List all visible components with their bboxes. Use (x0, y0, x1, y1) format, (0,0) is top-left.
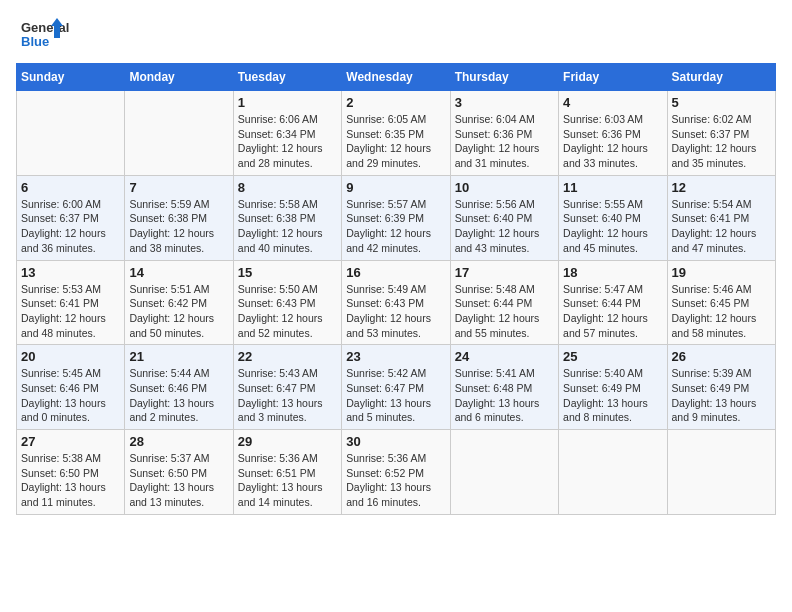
calendar-cell: 21Sunrise: 5:44 AM Sunset: 6:46 PM Dayli… (125, 345, 233, 430)
day-info: Sunrise: 5:39 AM Sunset: 6:49 PM Dayligh… (672, 366, 771, 425)
day-number: 20 (21, 349, 120, 364)
day-info: Sunrise: 6:02 AM Sunset: 6:37 PM Dayligh… (672, 112, 771, 171)
week-row-4: 20Sunrise: 5:45 AM Sunset: 6:46 PM Dayli… (17, 345, 776, 430)
calendar-cell: 26Sunrise: 5:39 AM Sunset: 6:49 PM Dayli… (667, 345, 775, 430)
day-info: Sunrise: 5:37 AM Sunset: 6:50 PM Dayligh… (129, 451, 228, 510)
day-number: 9 (346, 180, 445, 195)
day-info: Sunrise: 5:47 AM Sunset: 6:44 PM Dayligh… (563, 282, 662, 341)
day-number: 16 (346, 265, 445, 280)
calendar-cell: 13Sunrise: 5:53 AM Sunset: 6:41 PM Dayli… (17, 260, 125, 345)
calendar-cell: 11Sunrise: 5:55 AM Sunset: 6:40 PM Dayli… (559, 175, 667, 260)
day-header-wednesday: Wednesday (342, 64, 450, 91)
day-number: 21 (129, 349, 228, 364)
day-number: 17 (455, 265, 554, 280)
calendar-cell: 9Sunrise: 5:57 AM Sunset: 6:39 PM Daylig… (342, 175, 450, 260)
calendar-cell: 1Sunrise: 6:06 AM Sunset: 6:34 PM Daylig… (233, 91, 341, 176)
day-number: 30 (346, 434, 445, 449)
calendar-cell: 8Sunrise: 5:58 AM Sunset: 6:38 PM Daylig… (233, 175, 341, 260)
calendar-cell: 15Sunrise: 5:50 AM Sunset: 6:43 PM Dayli… (233, 260, 341, 345)
day-info: Sunrise: 5:36 AM Sunset: 6:52 PM Dayligh… (346, 451, 445, 510)
calendar-cell: 29Sunrise: 5:36 AM Sunset: 6:51 PM Dayli… (233, 430, 341, 515)
calendar-cell: 25Sunrise: 5:40 AM Sunset: 6:49 PM Dayli… (559, 345, 667, 430)
calendar-cell: 5Sunrise: 6:02 AM Sunset: 6:37 PM Daylig… (667, 91, 775, 176)
calendar-cell: 24Sunrise: 5:41 AM Sunset: 6:48 PM Dayli… (450, 345, 558, 430)
day-number: 18 (563, 265, 662, 280)
day-info: Sunrise: 5:48 AM Sunset: 6:44 PM Dayligh… (455, 282, 554, 341)
day-header-saturday: Saturday (667, 64, 775, 91)
day-number: 14 (129, 265, 228, 280)
day-number: 15 (238, 265, 337, 280)
day-number: 26 (672, 349, 771, 364)
calendar-table: SundayMondayTuesdayWednesdayThursdayFrid… (16, 63, 776, 515)
calendar-cell: 27Sunrise: 5:38 AM Sunset: 6:50 PM Dayli… (17, 430, 125, 515)
calendar-cell: 23Sunrise: 5:42 AM Sunset: 6:47 PM Dayli… (342, 345, 450, 430)
day-info: Sunrise: 5:58 AM Sunset: 6:38 PM Dayligh… (238, 197, 337, 256)
calendar-cell: 3Sunrise: 6:04 AM Sunset: 6:36 PM Daylig… (450, 91, 558, 176)
calendar-cell: 16Sunrise: 5:49 AM Sunset: 6:43 PM Dayli… (342, 260, 450, 345)
week-row-5: 27Sunrise: 5:38 AM Sunset: 6:50 PM Dayli… (17, 430, 776, 515)
day-info: Sunrise: 5:46 AM Sunset: 6:45 PM Dayligh… (672, 282, 771, 341)
day-info: Sunrise: 5:41 AM Sunset: 6:48 PM Dayligh… (455, 366, 554, 425)
day-header-friday: Friday (559, 64, 667, 91)
calendar-cell (667, 430, 775, 515)
day-info: Sunrise: 5:36 AM Sunset: 6:51 PM Dayligh… (238, 451, 337, 510)
day-number: 29 (238, 434, 337, 449)
week-row-2: 6Sunrise: 6:00 AM Sunset: 6:37 PM Daylig… (17, 175, 776, 260)
day-info: Sunrise: 6:05 AM Sunset: 6:35 PM Dayligh… (346, 112, 445, 171)
day-number: 1 (238, 95, 337, 110)
week-row-1: 1Sunrise: 6:06 AM Sunset: 6:34 PM Daylig… (17, 91, 776, 176)
day-info: Sunrise: 5:57 AM Sunset: 6:39 PM Dayligh… (346, 197, 445, 256)
day-info: Sunrise: 5:43 AM Sunset: 6:47 PM Dayligh… (238, 366, 337, 425)
logo: General Blue (16, 16, 82, 51)
day-info: Sunrise: 5:55 AM Sunset: 6:40 PM Dayligh… (563, 197, 662, 256)
day-number: 4 (563, 95, 662, 110)
day-info: Sunrise: 6:00 AM Sunset: 6:37 PM Dayligh… (21, 197, 120, 256)
day-info: Sunrise: 5:38 AM Sunset: 6:50 PM Dayligh… (21, 451, 120, 510)
day-number: 5 (672, 95, 771, 110)
header: General Blue (16, 16, 776, 51)
calendar-cell: 19Sunrise: 5:46 AM Sunset: 6:45 PM Dayli… (667, 260, 775, 345)
day-header-monday: Monday (125, 64, 233, 91)
day-info: Sunrise: 5:59 AM Sunset: 6:38 PM Dayligh… (129, 197, 228, 256)
header-row: SundayMondayTuesdayWednesdayThursdayFrid… (17, 64, 776, 91)
calendar-cell: 12Sunrise: 5:54 AM Sunset: 6:41 PM Dayli… (667, 175, 775, 260)
day-number: 8 (238, 180, 337, 195)
calendar-cell: 20Sunrise: 5:45 AM Sunset: 6:46 PM Dayli… (17, 345, 125, 430)
day-info: Sunrise: 5:49 AM Sunset: 6:43 PM Dayligh… (346, 282, 445, 341)
day-info: Sunrise: 5:44 AM Sunset: 6:46 PM Dayligh… (129, 366, 228, 425)
svg-text:General: General (21, 20, 69, 35)
day-header-sunday: Sunday (17, 64, 125, 91)
day-info: Sunrise: 5:45 AM Sunset: 6:46 PM Dayligh… (21, 366, 120, 425)
logo-icon: General Blue (16, 16, 76, 51)
day-number: 22 (238, 349, 337, 364)
day-number: 24 (455, 349, 554, 364)
calendar-cell: 14Sunrise: 5:51 AM Sunset: 6:42 PM Dayli… (125, 260, 233, 345)
svg-text:Blue: Blue (21, 34, 49, 49)
day-number: 25 (563, 349, 662, 364)
calendar-cell: 28Sunrise: 5:37 AM Sunset: 6:50 PM Dayli… (125, 430, 233, 515)
day-info: Sunrise: 5:56 AM Sunset: 6:40 PM Dayligh… (455, 197, 554, 256)
day-info: Sunrise: 6:04 AM Sunset: 6:36 PM Dayligh… (455, 112, 554, 171)
calendar-cell: 7Sunrise: 5:59 AM Sunset: 6:38 PM Daylig… (125, 175, 233, 260)
calendar-cell: 18Sunrise: 5:47 AM Sunset: 6:44 PM Dayli… (559, 260, 667, 345)
calendar-cell (559, 430, 667, 515)
calendar-cell: 10Sunrise: 5:56 AM Sunset: 6:40 PM Dayli… (450, 175, 558, 260)
calendar-cell (125, 91, 233, 176)
day-info: Sunrise: 5:53 AM Sunset: 6:41 PM Dayligh… (21, 282, 120, 341)
calendar-cell: 2Sunrise: 6:05 AM Sunset: 6:35 PM Daylig… (342, 91, 450, 176)
calendar-cell: 4Sunrise: 6:03 AM Sunset: 6:36 PM Daylig… (559, 91, 667, 176)
day-number: 6 (21, 180, 120, 195)
day-number: 28 (129, 434, 228, 449)
day-info: Sunrise: 5:42 AM Sunset: 6:47 PM Dayligh… (346, 366, 445, 425)
day-number: 12 (672, 180, 771, 195)
day-info: Sunrise: 6:03 AM Sunset: 6:36 PM Dayligh… (563, 112, 662, 171)
day-info: Sunrise: 5:51 AM Sunset: 6:42 PM Dayligh… (129, 282, 228, 341)
day-number: 11 (563, 180, 662, 195)
day-number: 2 (346, 95, 445, 110)
calendar-cell (450, 430, 558, 515)
day-number: 23 (346, 349, 445, 364)
day-number: 3 (455, 95, 554, 110)
day-header-thursday: Thursday (450, 64, 558, 91)
calendar-cell: 22Sunrise: 5:43 AM Sunset: 6:47 PM Dayli… (233, 345, 341, 430)
day-number: 27 (21, 434, 120, 449)
